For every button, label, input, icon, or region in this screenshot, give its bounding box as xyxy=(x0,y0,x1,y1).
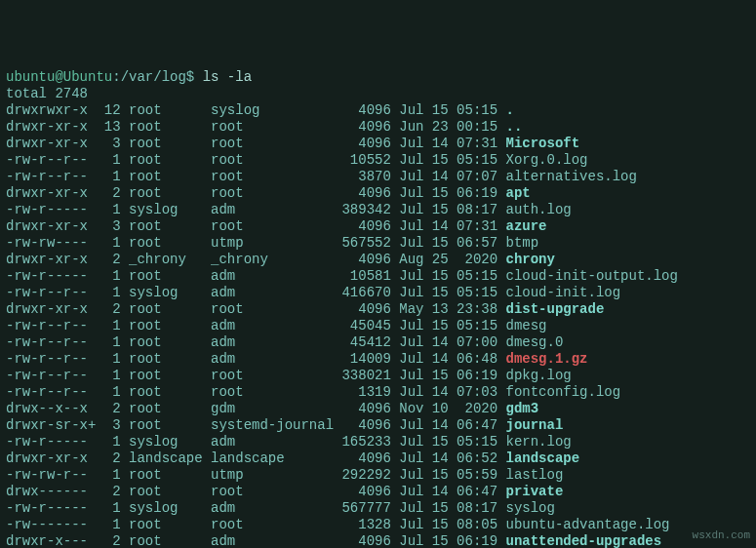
entry-name: lastlog xyxy=(505,467,563,483)
prompt-sep: : xyxy=(112,69,120,85)
prompt-user: ubuntu@Ubuntu xyxy=(6,69,112,85)
listing-row: -rw-r--r-- 1 root adm 45412 Jul 14 07:00… xyxy=(6,334,750,351)
listing-row: drwxr-xr-x 2 _chrony _chrony 4096 Aug 25… xyxy=(6,252,750,268)
entry-name: cloud-init.log xyxy=(505,285,620,300)
listing: drwxrwxr-x 12 root syslog 4096 Jul 15 05… xyxy=(6,102,750,548)
entry-name: apt xyxy=(505,185,530,201)
entry-name: . xyxy=(505,102,513,118)
watermark: wsxdn.com xyxy=(693,528,750,544)
listing-row: -rw-rw-r-- 1 root utmp 292292 Jul 15 05:… xyxy=(6,467,750,484)
listing-row: -rw-r--r-- 1 syslog adm 416670 Jul 15 05… xyxy=(6,285,750,301)
entry-name: Xorg.0.log xyxy=(505,152,587,168)
entry-name: chrony xyxy=(505,252,554,267)
listing-row: drwxr-xr-x 13 root root 4096 Jun 23 00:1… xyxy=(6,119,750,136)
entry-name: private xyxy=(505,484,563,499)
entry-name: .. xyxy=(505,119,522,135)
listing-row: -rw-r----- 1 syslog adm 165233 Jul 15 05… xyxy=(6,434,750,450)
entry-name: journal xyxy=(505,417,563,433)
entry-name: Microsoft xyxy=(505,136,579,151)
entry-name: dmesg.1.gz xyxy=(505,351,587,367)
entry-name: alternatives.log xyxy=(505,169,636,184)
listing-row: -rw-r--r-- 1 root adm 14009 Jul 14 06:48… xyxy=(6,351,750,368)
total-line: total 2748 xyxy=(6,86,88,101)
entry-name: azure xyxy=(505,218,546,234)
entry-name: dmesg.0 xyxy=(505,334,563,350)
listing-row: -rw-r--r-- 1 root adm 45045 Jul 15 05:15… xyxy=(6,318,750,334)
listing-row: -rw------- 1 root root 1328 Jul 15 08:05… xyxy=(6,517,750,533)
terminal[interactable]: ubuntu@Ubuntu:/var/log$ ls -la total 274… xyxy=(6,69,750,548)
entry-name: landscape xyxy=(505,450,579,466)
prompt-dollar: $ xyxy=(186,69,203,85)
command-text: ls -la xyxy=(203,69,252,85)
entry-name: ubuntu-advantage.log xyxy=(505,517,669,532)
entry-name: fontconfig.log xyxy=(505,384,620,400)
entry-name: gdm3 xyxy=(505,401,538,416)
listing-row: drwxr-xr-x 2 root root 4096 May 13 23:38… xyxy=(6,301,750,318)
listing-row: -rw-r--r-- 1 root root 1319 Jul 14 07:03… xyxy=(6,384,750,401)
listing-row: drwxr-xr-x 3 root root 4096 Jul 14 07:31… xyxy=(6,136,750,152)
entry-name: btmp xyxy=(505,235,538,251)
listing-row: drwx--x--x 2 root gdm 4096 Nov 10 2020 g… xyxy=(6,401,750,417)
listing-row: drwxr-xr-x 2 root root 4096 Jul 15 06:19… xyxy=(6,185,750,202)
entry-name: syslog xyxy=(505,500,554,516)
prompt-path: /var/log xyxy=(121,69,186,85)
entry-name: auth.log xyxy=(505,202,571,217)
listing-row: -rw-rw---- 1 root utmp 567552 Jul 15 06:… xyxy=(6,235,750,252)
listing-row: drwxr-sr-x+ 3 root systemd-journal 4096 … xyxy=(6,417,750,434)
entry-name: unattended-upgrades xyxy=(505,533,661,548)
listing-row: -rw-r--r-- 1 root root 3870 Jul 14 07:07… xyxy=(6,169,750,185)
listing-row: drwxr-xr-x 2 landscape landscape 4096 Ju… xyxy=(6,450,750,467)
entry-name: dpkg.log xyxy=(505,368,571,383)
listing-row: drwx------ 2 root root 4096 Jul 14 06:47… xyxy=(6,484,750,500)
listing-row: drwxr-xr-x 3 root root 4096 Jul 14 07:31… xyxy=(6,218,750,235)
entry-name: cloud-init-output.log xyxy=(505,268,677,284)
entry-name: dmesg xyxy=(505,318,546,333)
entry-name: kern.log xyxy=(505,434,571,450)
entry-name: dist-upgrade xyxy=(505,301,604,317)
listing-row: -rw-r----- 1 root adm 10581 Jul 15 05:15… xyxy=(6,268,750,285)
listing-row: -rw-r--r-- 1 root root 338021 Jul 15 06:… xyxy=(6,368,750,384)
listing-row: -rw-r----- 1 syslog adm 389342 Jul 15 08… xyxy=(6,202,750,218)
listing-row: drwxr-x--- 2 root adm 4096 Jul 15 06:19 … xyxy=(6,533,750,548)
listing-row: -rw-r----- 1 syslog adm 567777 Jul 15 08… xyxy=(6,500,750,517)
listing-row: -rw-r--r-- 1 root root 10552 Jul 15 05:1… xyxy=(6,152,750,169)
listing-row: drwxrwxr-x 12 root syslog 4096 Jul 15 05… xyxy=(6,102,750,119)
